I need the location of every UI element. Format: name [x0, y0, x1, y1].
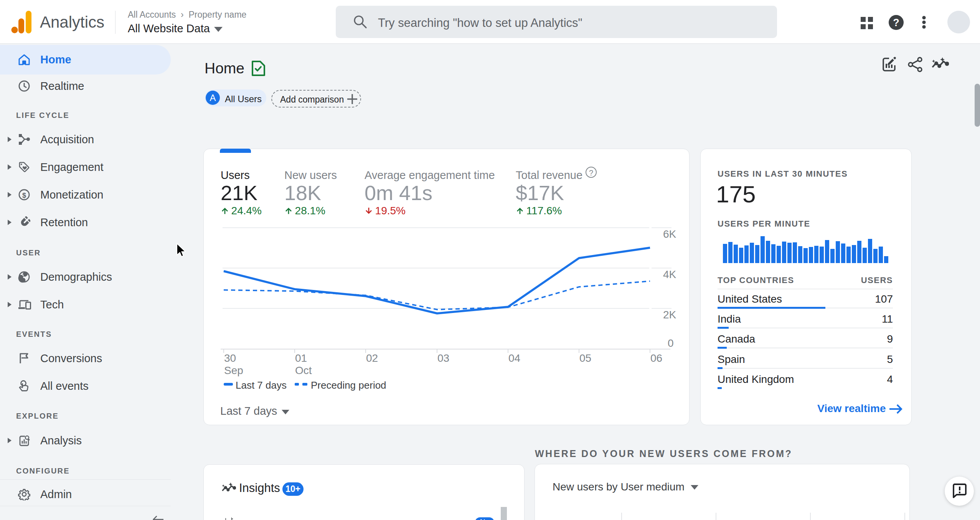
svg-text:$: $ — [22, 192, 26, 199]
